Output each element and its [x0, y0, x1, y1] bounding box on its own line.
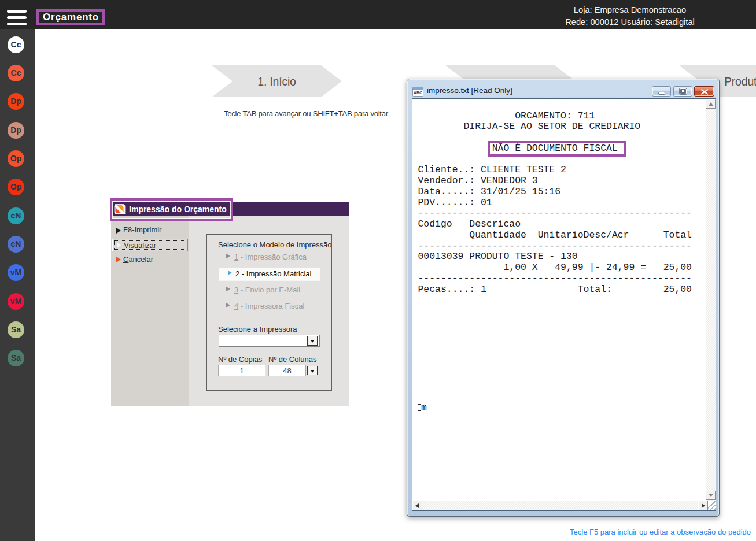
svg-text:ABC: ABC [414, 91, 422, 95]
